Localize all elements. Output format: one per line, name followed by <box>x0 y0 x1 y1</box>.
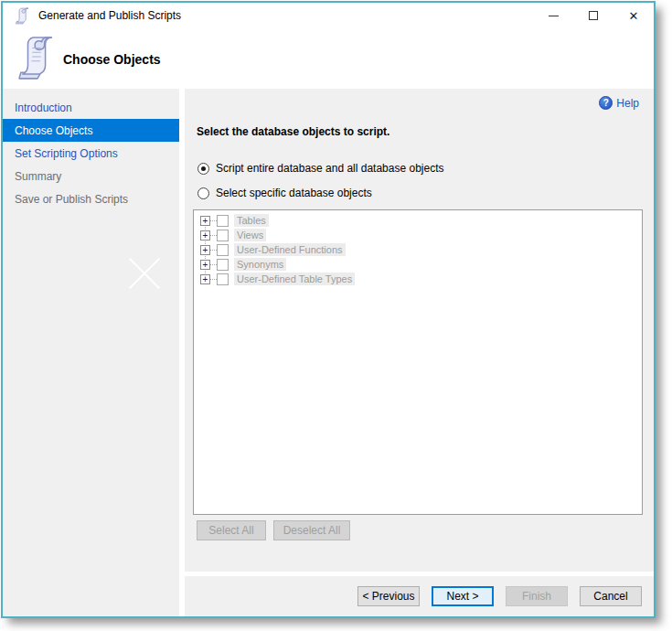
wizard-navigation-bar: < Previous Next > Finish Cancel <box>185 576 654 616</box>
tree-row-user-defined-functions[interactable]: + User-Defined Functions <box>194 242 642 257</box>
maximize-icon <box>589 11 598 20</box>
tree-row-user-defined-table-types[interactable]: + User-Defined Table Types <box>194 272 642 286</box>
instruction-text: Select the database objects to script. <box>197 125 389 138</box>
sidebar-item-label: Save or Publish Scripts <box>15 193 128 206</box>
previous-button[interactable]: < Previous <box>357 586 420 606</box>
tree-checkbox[interactable] <box>217 244 229 256</box>
radio-icon-selected[interactable] <box>197 163 209 175</box>
tree-row-views[interactable]: + Views <box>194 228 642 242</box>
finish-button[interactable]: Finish <box>506 586 568 606</box>
wizard-window: Generate and Publish Scripts ✕ Choose Ob… <box>1 1 656 618</box>
title-bar: Generate and Publish Scripts ✕ <box>3 3 654 28</box>
radio-label: Select specific database objects <box>216 187 372 199</box>
database-objects-tree: + Tables + Views + <box>193 209 643 515</box>
radio-icon-unselected[interactable] <box>197 187 209 199</box>
tree-label: Views <box>234 229 266 241</box>
minimize-icon <box>549 16 559 16</box>
radio-script-entire-database[interactable]: Script entire database and all database … <box>197 162 444 175</box>
sidebar-item-set-scripting-options[interactable]: Set Scripting Options <box>3 142 179 165</box>
tree-row-synonyms[interactable]: + Synonyms <box>194 257 642 272</box>
sidebar-item-label: Summary <box>15 170 61 183</box>
tree-connector <box>210 250 217 251</box>
close-button[interactable]: ✕ <box>613 3 654 28</box>
sidebar-item-choose-objects[interactable]: Choose Objects <box>3 119 179 142</box>
content-panel: ? Help Select the database objects to sc… <box>185 89 654 572</box>
radio-select-specific-objects[interactable]: Select specific database objects <box>197 187 372 199</box>
help-label: Help <box>616 97 639 110</box>
expand-icon[interactable]: + <box>200 216 210 226</box>
next-button[interactable]: Next > <box>432 586 494 606</box>
tree-checkbox[interactable] <box>217 259 229 271</box>
close-icon: ✕ <box>629 9 639 23</box>
sidebar-item-save-or-publish-scripts[interactable]: Save or Publish Scripts <box>3 187 179 210</box>
tree-label: Tables <box>234 214 269 227</box>
expand-icon[interactable]: + <box>200 230 210 241</box>
window-controls: ✕ <box>533 3 654 28</box>
sidebar-item-label: Introduction <box>15 102 72 114</box>
select-all-button[interactable]: Select All <box>197 520 266 540</box>
cancel-button[interactable]: Cancel <box>580 586 642 606</box>
tree-connector <box>210 264 217 265</box>
tree-row-tables[interactable]: + Tables <box>194 213 642 228</box>
maximize-button[interactable] <box>573 3 613 28</box>
tree-checkbox[interactable] <box>217 215 229 227</box>
tree-connector <box>210 235 217 236</box>
scroll-icon <box>16 6 30 25</box>
sidebar-item-introduction[interactable]: Introduction <box>3 96 179 119</box>
sidebar-item-summary[interactable]: Summary <box>3 165 179 187</box>
tree-checkbox[interactable] <box>217 273 229 285</box>
tree-checkbox[interactable] <box>217 230 229 241</box>
scroll-icon-large <box>18 31 57 82</box>
x-watermark <box>127 256 162 291</box>
deselect-all-button[interactable]: Deselect All <box>273 520 350 540</box>
sidebar-item-label: Choose Objects <box>15 124 92 137</box>
help-icon: ? <box>599 96 613 110</box>
tree-label: User-Defined Table Types <box>234 273 355 285</box>
expand-icon[interactable]: + <box>200 245 210 255</box>
window-title: Generate and Publish Scripts <box>38 9 181 22</box>
expand-icon[interactable]: + <box>200 274 210 284</box>
radio-label: Script entire database and all database … <box>216 162 444 175</box>
help-link[interactable]: ? Help <box>599 96 639 110</box>
wizard-step-sidebar: Introduction Choose Objects Set Scriptin… <box>3 89 179 616</box>
expand-icon[interactable]: + <box>200 260 210 270</box>
tree-connector <box>210 220 217 221</box>
tree-label: User-Defined Functions <box>234 243 346 256</box>
wizard-header: Choose Objects <box>3 28 654 89</box>
minimize-button[interactable] <box>533 3 573 28</box>
page-title: Choose Objects <box>63 52 161 67</box>
sidebar-item-label: Set Scripting Options <box>15 147 118 160</box>
tree-connector <box>210 279 217 280</box>
tree-label: Synonyms <box>234 258 286 271</box>
